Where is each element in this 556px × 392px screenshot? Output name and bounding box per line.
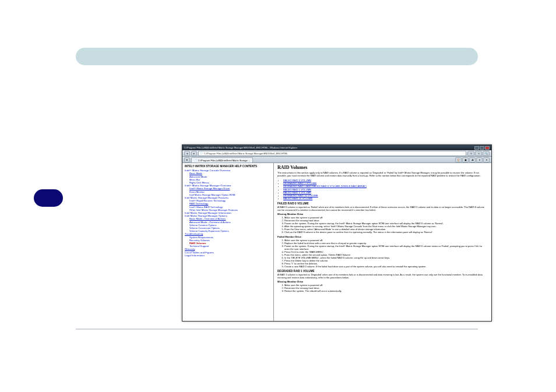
browser-window: C:\Program Files (x86)\Intel\Intel Matri… [182, 144, 492, 322]
window-title-bar: C:\Program Files (x86)\Intel\Intel Matri… [182, 145, 491, 150]
step-item: Power on the system. During the system s… [284, 245, 488, 250]
tab-page-icon: 📄 [194, 159, 197, 162]
toc-title: INTEL® MATRIX STORAGE MANAGER HELP CONTE… [185, 165, 271, 168]
nav-tools: ↻ ✕ 🔍 [467, 151, 490, 156]
minimize-button[interactable] [474, 146, 479, 150]
close-button[interactable] [485, 146, 490, 150]
section1-sub2-heading: Failed Member Drive [277, 235, 488, 238]
page-icon: 📄 [200, 152, 203, 155]
page-menu-button[interactable]: ▾ [476, 157, 483, 163]
page-heading: RAID Volumes [277, 165, 488, 170]
tab-current[interactable]: 📄 C:\Program Files (x86)\Intel\Intel Mat… [191, 157, 253, 163]
search-button[interactable]: 🔍 [483, 151, 490, 156]
print-button[interactable]: 🖶 [469, 157, 476, 163]
section2-desc: A RAID 1 volume is reported as 'Degraded… [277, 273, 488, 279]
tab-tools: 🏠 ▣ 🖶 ▾ ▾ [455, 157, 490, 163]
tools-menu-button[interactable]: ▾ [483, 157, 490, 163]
anchor-link[interactable]: FAILED RAID 10 VOLUME [283, 197, 312, 200]
section1-desc: A RAID 0 volume is reported as 'Failed' … [277, 206, 488, 211]
feeds-button[interactable]: ▣ [462, 157, 469, 163]
favorites-button[interactable]: ★ [184, 157, 190, 163]
anchor-list: FAILED RAID 0 VOLUMEDEGRADED RAID 1 VOLU… [283, 179, 488, 200]
forward-button[interactable]: ► [191, 151, 197, 156]
step-item: Create a new RAID 0 volume. If the faile… [284, 265, 488, 268]
address-bar[interactable]: 📄 C:\Program Files (x86)\Intel\Intel Mat… [198, 151, 466, 156]
toc-item: Legal Information [185, 254, 271, 257]
toc-list: Intel® Matrix Storage Console OverviewBa… [185, 169, 271, 257]
page-content: INTEL® MATRIX STORAGE MANAGER HELP CONTE… [182, 163, 491, 322]
home-button[interactable]: 🏠 [455, 157, 462, 163]
section2-sub1-steps: Make sure the system is powered off.Reco… [284, 284, 488, 292]
section1-sub1-steps: Make sure the system is powered off.Reco… [284, 216, 488, 234]
decorative-footer-line [76, 329, 478, 330]
section1-heading: FAILED RAID 0 VOLUME [277, 202, 488, 205]
intro-paragraph: The instructions in this section apply o… [277, 171, 488, 177]
section2-sub1-heading: Missing Member Drive [277, 280, 488, 283]
toc-pane: INTEL® MATRIX STORAGE MANAGER HELP CONTE… [182, 163, 274, 322]
maximize-button[interactable] [480, 146, 484, 150]
back-button[interactable]: ◄ [184, 151, 190, 156]
window-controls [474, 146, 490, 150]
section1-sub2-steps: Make sure the system is powered off.Repl… [284, 239, 488, 268]
section2-heading: DEGRADED RAID 1 VOLUME [277, 270, 488, 273]
step-item: Click on the RAID 0 volume in the device… [284, 231, 488, 234]
tab-bar: ★ 📄 C:\Program Files (x86)\Intel\Intel M… [182, 157, 491, 163]
decorative-side-pill [34, 189, 63, 207]
nav-bar: ◄ ► 📄 C:\Program Files (x86)\Intel\Intel… [182, 150, 491, 157]
decorative-top-bar [76, 48, 478, 65]
section1-sub1-heading: Missing Member Drive [277, 213, 488, 216]
window-title-text: C:\Program Files (x86)\Intel\Intel Matri… [184, 145, 297, 150]
address-text: C:\Program Files (x86)\Intel\Intel Matri… [204, 152, 288, 155]
tab-label: C:\Program Files (x86)\Intel\Intel Matri… [198, 159, 250, 162]
step-item: Restart the system. The rebuild will occ… [284, 289, 488, 292]
refresh-button[interactable]: ↻ [467, 151, 474, 156]
main-pane: RAID Volumes The instructions in this se… [274, 163, 491, 322]
anchor-item: FAILED RAID 10 VOLUME [283, 197, 488, 200]
stop-button[interactable]: ✕ [475, 151, 482, 156]
toc-link[interactable]: Legal Information [185, 254, 205, 257]
